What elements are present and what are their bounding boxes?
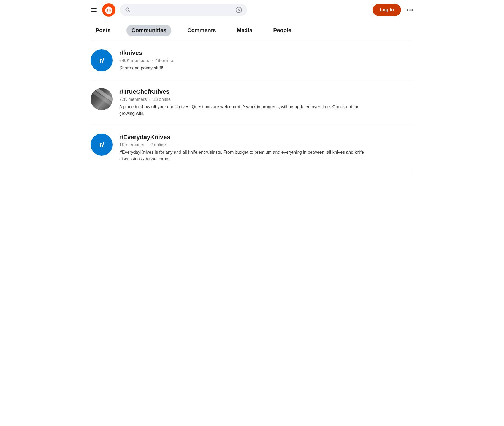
avatar-text: r/ bbox=[99, 141, 104, 149]
community-avatar: r/ bbox=[91, 49, 113, 71]
community-online: 13 online bbox=[153, 97, 171, 102]
community-item[interactable]: r/ r/knives 346K members · 48 online Sha… bbox=[91, 41, 413, 80]
community-members: 1K members bbox=[119, 142, 144, 147]
community-name: r/TrueChefKnives bbox=[119, 88, 367, 95]
search-input[interactable]: knives bbox=[133, 7, 233, 13]
more-options-button[interactable] bbox=[405, 8, 414, 12]
community-members: 22K members bbox=[119, 97, 147, 102]
community-meta: 346K members · 48 online bbox=[119, 58, 173, 63]
tab-comments[interactable]: Comments bbox=[182, 25, 221, 36]
tab-posts[interactable]: Posts bbox=[91, 25, 115, 36]
svg-point-4 bbox=[110, 10, 110, 10]
community-info: r/TrueChefKnives 22K members · 13 online… bbox=[119, 88, 367, 117]
community-description: Sharp and pointy stuff! bbox=[119, 65, 173, 71]
community-item[interactable]: r/ r/EverydayKnives 1K members · 2 onlin… bbox=[91, 125, 413, 171]
clear-search-button[interactable]: ✕ bbox=[236, 7, 242, 13]
community-online: 48 online bbox=[155, 58, 173, 63]
community-item[interactable]: r/TrueChefKnives 22K members · 13 online… bbox=[91, 80, 413, 125]
svg-point-10 bbox=[110, 11, 112, 12]
community-list: r/ r/knives 346K members · 48 online Sha… bbox=[84, 41, 420, 171]
reddit-logo bbox=[102, 3, 115, 17]
snoo-icon bbox=[104, 5, 114, 15]
search-icon bbox=[125, 7, 131, 13]
tab-communities[interactable]: Communities bbox=[126, 25, 171, 36]
community-avatar bbox=[91, 88, 113, 110]
svg-point-5 bbox=[106, 9, 107, 10]
svg-line-12 bbox=[129, 11, 130, 12]
community-meta: 22K members · 13 online bbox=[119, 97, 367, 102]
community-description: A place to show off your chef knives. Qu… bbox=[119, 104, 367, 117]
svg-point-7 bbox=[108, 6, 110, 8]
community-members: 346K members bbox=[119, 58, 149, 63]
community-info: r/knives 346K members · 48 online Sharp … bbox=[119, 49, 173, 71]
tab-media[interactable]: Media bbox=[232, 25, 258, 36]
community-avatar: r/ bbox=[91, 134, 113, 156]
login-button[interactable]: Log In bbox=[373, 4, 401, 16]
community-meta: 1K members · 2 online bbox=[119, 142, 367, 147]
svg-point-3 bbox=[107, 10, 108, 10]
hamburger-menu[interactable] bbox=[90, 7, 98, 13]
filter-tabs: Posts Communities Comments Media People bbox=[84, 20, 420, 41]
search-bar: knives ✕ bbox=[120, 4, 247, 16]
header: knives ✕ Log In bbox=[84, 0, 420, 20]
community-name: r/EverydayKnives bbox=[119, 134, 367, 141]
svg-point-6 bbox=[111, 9, 112, 10]
reddit-logo-link[interactable] bbox=[102, 3, 115, 17]
community-online: 2 online bbox=[150, 142, 166, 147]
tab-people[interactable]: People bbox=[268, 25, 296, 36]
svg-point-9 bbox=[106, 11, 108, 12]
avatar-text: r/ bbox=[99, 56, 104, 65]
community-description: r/EverydayKnives is for any and all knif… bbox=[119, 149, 367, 162]
community-info: r/EverydayKnives 1K members · 2 online r… bbox=[119, 134, 367, 162]
community-name: r/knives bbox=[119, 49, 173, 56]
